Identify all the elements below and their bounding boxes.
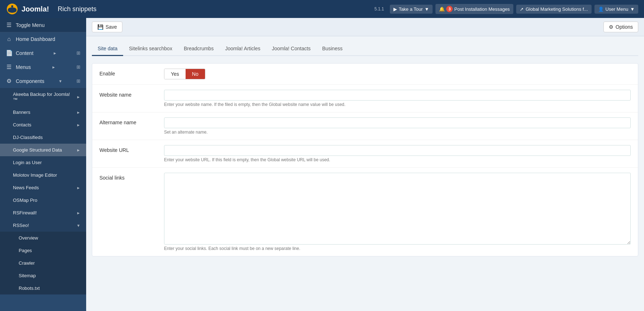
- tab-sitelinks[interactable]: Sitelinks searchbox: [123, 42, 178, 56]
- rsseo-label: RSSeo!: [13, 223, 29, 228]
- save-button[interactable]: 💾 Save: [92, 22, 122, 32]
- sidebar-item-rsseo[interactable]: RSSeo! ▼: [0, 219, 86, 232]
- website-url-input[interactable]: [164, 145, 631, 156]
- hamburger-icon: ☰: [6, 22, 12, 28]
- tab-site-data[interactable]: Site data: [92, 42, 123, 56]
- sidebar-item-contacts[interactable]: Contacts ►: [0, 119, 86, 131]
- google-structured-arrow-icon: ►: [76, 148, 80, 152]
- sidebar-item-components[interactable]: ⚙ Components ▼ ⊞: [0, 74, 86, 88]
- sidebar-item-banners[interactable]: Banners ►: [0, 106, 86, 119]
- contacts-label: Contacts: [13, 122, 31, 127]
- news-feeds-arrow-icon: ►: [76, 186, 80, 190]
- sidebar-item-home[interactable]: ⌂ Home Dashboard: [0, 32, 86, 46]
- robots-label: Robots.txt: [19, 286, 40, 291]
- topbar-actions: 5.1.1 ▶ Take a Tour ▼ 🔔 3 Post Installat…: [374, 4, 638, 14]
- sidebar-item-google-structured[interactable]: Google Structured Data ►: [0, 144, 86, 156]
- sidebar-item-login-as-user[interactable]: Login as User: [0, 156, 86, 169]
- sidebar-item-content[interactable]: 📄 Content ► ⊞: [0, 46, 86, 60]
- login-as-user-label: Login as User: [13, 160, 42, 165]
- external-link-button[interactable]: ➚ Global Marketing Solutions f...: [516, 5, 591, 14]
- banners-label: Banners: [13, 110, 30, 115]
- sidebar-item-menus[interactable]: ☰ Menus ► ⊞: [0, 60, 86, 74]
- social-links-control: Enter your social links. Each social lin…: [164, 173, 631, 251]
- sidebar-item-toggle-menu[interactable]: ☰ Toggle Menu: [0, 18, 86, 32]
- content-icon: 📄: [6, 50, 12, 56]
- crawler-label: Crawler: [19, 260, 35, 266]
- tabs: Site data Sitelinks searchbox Breadcrumb…: [92, 42, 638, 56]
- options-button[interactable]: ⚙ Options: [603, 22, 638, 32]
- sidebar-item-akeeba[interactable]: Akeeba Backup for Joomla!™ ►: [0, 88, 86, 106]
- sidebar-item-crawler[interactable]: Crawler: [0, 257, 86, 269]
- sidebar: ☰ Toggle Menu ⌂ Home Dashboard 📄 Content…: [0, 18, 86, 311]
- tab-sitelinks-label: Sitelinks searchbox: [129, 46, 172, 51]
- rsfirewall-label: RSFirewall!: [13, 210, 37, 215]
- tab-breadcrumbs[interactable]: Breadcrumbs: [178, 42, 219, 56]
- social-links-hint: Enter your social links. Each social lin…: [164, 246, 631, 251]
- website-url-hint: Enter your website URL. If this field is…: [164, 157, 631, 162]
- menus-grid-icon: ⊞: [76, 64, 80, 70]
- options-gear-icon: ⚙: [609, 24, 613, 30]
- components-grid-icon: ⊞: [76, 78, 80, 84]
- content-area: Site data Sitelinks searchbox Breadcrumb…: [86, 36, 644, 311]
- tab-joomla-contacts[interactable]: Joomla! Contacts: [266, 42, 316, 56]
- sidebar-item-rsfirewall[interactable]: RSFirewall! ►: [0, 206, 86, 219]
- joomla-logo: Joomla!: [6, 3, 49, 15]
- take-tour-button[interactable]: ▶ Take a Tour ▼: [390, 5, 433, 14]
- content-label: Content: [16, 50, 33, 56]
- menus-arrow-icon: ►: [52, 65, 56, 69]
- enable-toggle: Yes No: [164, 69, 205, 79]
- website-name-control: Enter your website name. If the filed is…: [164, 90, 631, 107]
- version-label: 5.1.1: [374, 6, 384, 11]
- sidebar-item-news-feeds[interactable]: News Feeds ►: [0, 181, 86, 194]
- enable-label: Enable: [99, 69, 157, 76]
- website-name-label: Website name: [99, 90, 157, 98]
- toolbar: 💾 Save ⚙ Options: [86, 18, 644, 36]
- dj-classifieds-label: DJ-Classifieds: [13, 135, 43, 140]
- bell-icon: 🔔: [439, 6, 445, 12]
- menus-icon: ☰: [6, 64, 12, 70]
- layout: ☰ Toggle Menu ⌂ Home Dashboard 📄 Content…: [0, 18, 644, 311]
- yes-button[interactable]: Yes: [164, 69, 186, 79]
- sidebar-item-pages[interactable]: Pages: [0, 244, 86, 257]
- website-name-hint: Enter your website name. If the filed is…: [164, 102, 631, 107]
- form-row-altername-name: Altername name Set an alternate name.: [92, 112, 638, 140]
- form-row-website-name: Website name Enter your website name. If…: [92, 85, 638, 112]
- sidebar-item-sitemap[interactable]: Sitemap: [0, 269, 86, 282]
- content-arrow-icon: ►: [53, 51, 57, 55]
- sidebar-item-overview[interactable]: Overview: [0, 232, 86, 244]
- topbar: Joomla! Rich snippets 5.1.1 ▶ Take a Tou…: [0, 0, 644, 18]
- altername-name-input[interactable]: [164, 117, 631, 128]
- rsseo-submenu: Overview Pages Crawler Sitemap Robots.tx…: [0, 232, 86, 294]
- sidebar-item-osmap[interactable]: OSMap Pro: [0, 194, 86, 206]
- sidebar-item-molotov[interactable]: Molotov Image Editor: [0, 169, 86, 181]
- akeeba-label: Akeeba Backup for Joomla!™: [13, 92, 73, 102]
- sidebar-item-dj-classifieds[interactable]: DJ-Classifieds: [0, 131, 86, 144]
- save-label: Save: [106, 24, 117, 30]
- news-feeds-label: News Feeds: [13, 185, 39, 190]
- form-row-website-url: Website URL Enter your website URL. If t…: [92, 140, 638, 168]
- overview-label: Overview: [19, 235, 38, 241]
- components-arrow-icon: ▼: [59, 79, 62, 83]
- akeeba-arrow-icon: ►: [76, 95, 80, 99]
- user-menu-button[interactable]: 👤 User Menu ▼: [594, 5, 638, 14]
- components-label: Components: [16, 78, 44, 84]
- notif-label: Post Installation Messages: [454, 6, 510, 12]
- website-url-label: Website URL: [99, 145, 157, 153]
- website-name-input[interactable]: [164, 90, 631, 101]
- menus-label: Menus: [16, 64, 31, 70]
- joomla-logo-text: Joomla!: [22, 5, 49, 13]
- notifications-button[interactable]: 🔔 3 Post Installation Messages: [435, 4, 513, 14]
- home-icon: ⌂: [6, 36, 12, 42]
- enable-control: Yes No: [164, 69, 631, 79]
- tour-label: Take a Tour: [399, 6, 423, 12]
- tab-joomla-articles[interactable]: Joomla! Articles: [219, 42, 266, 56]
- main-content: 💾 Save ⚙ Options Site data Sitelinks sea…: [86, 18, 644, 311]
- tour-chevron-icon: ▼: [425, 6, 429, 12]
- components-icon: ⚙: [6, 78, 12, 84]
- page-title: Rich snippets: [58, 5, 370, 13]
- sidebar-item-robots[interactable]: Robots.txt: [0, 282, 86, 294]
- external-label: Global Marketing Solutions f...: [526, 6, 588, 12]
- social-links-input[interactable]: [164, 173, 631, 245]
- tab-business[interactable]: Business: [316, 42, 348, 56]
- no-button[interactable]: No: [186, 69, 205, 79]
